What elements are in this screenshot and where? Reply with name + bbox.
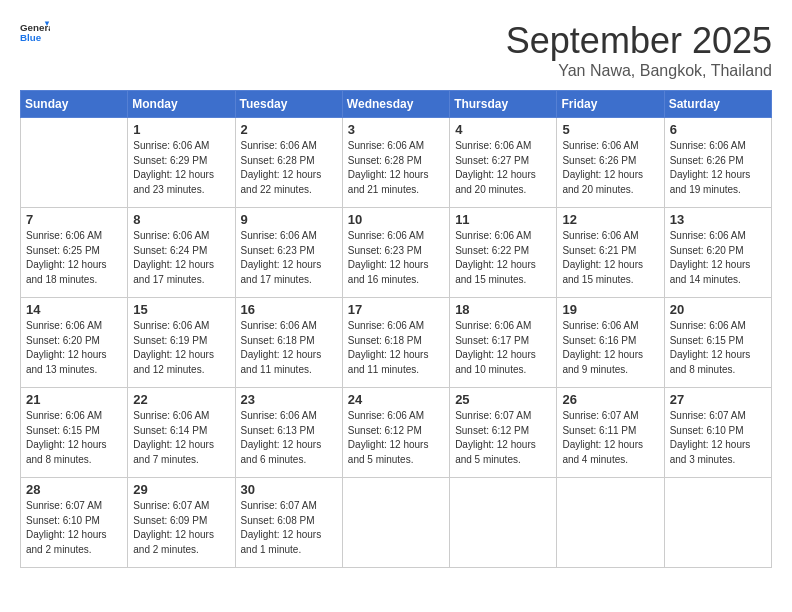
- calendar-cell: 21Sunrise: 6:06 AM Sunset: 6:15 PM Dayli…: [21, 388, 128, 478]
- calendar-cell: 23Sunrise: 6:06 AM Sunset: 6:13 PM Dayli…: [235, 388, 342, 478]
- calendar-cell: 14Sunrise: 6:06 AM Sunset: 6:20 PM Dayli…: [21, 298, 128, 388]
- cell-sun-info: Sunrise: 6:07 AM Sunset: 6:12 PM Dayligh…: [455, 409, 551, 467]
- location-title: Yan Nawa, Bangkok, Thailand: [506, 62, 772, 80]
- cell-sun-info: Sunrise: 6:06 AM Sunset: 6:23 PM Dayligh…: [241, 229, 337, 287]
- cell-date-number: 9: [241, 212, 337, 227]
- cell-sun-info: Sunrise: 6:06 AM Sunset: 6:15 PM Dayligh…: [670, 319, 766, 377]
- calendar-cell: [664, 478, 771, 568]
- calendar-cell: 16Sunrise: 6:06 AM Sunset: 6:18 PM Dayli…: [235, 298, 342, 388]
- calendar-cell: [21, 118, 128, 208]
- cell-date-number: 16: [241, 302, 337, 317]
- cell-date-number: 12: [562, 212, 658, 227]
- logo-icon: General Blue: [20, 20, 50, 44]
- cell-sun-info: Sunrise: 6:06 AM Sunset: 6:28 PM Dayligh…: [241, 139, 337, 197]
- calendar-cell: 15Sunrise: 6:06 AM Sunset: 6:19 PM Dayli…: [128, 298, 235, 388]
- calendar-cell: 4Sunrise: 6:06 AM Sunset: 6:27 PM Daylig…: [450, 118, 557, 208]
- cell-date-number: 28: [26, 482, 122, 497]
- cell-sun-info: Sunrise: 6:06 AM Sunset: 6:18 PM Dayligh…: [241, 319, 337, 377]
- cell-sun-info: Sunrise: 6:06 AM Sunset: 6:20 PM Dayligh…: [670, 229, 766, 287]
- cell-sun-info: Sunrise: 6:07 AM Sunset: 6:08 PM Dayligh…: [241, 499, 337, 557]
- calendar-week-row: 21Sunrise: 6:06 AM Sunset: 6:15 PM Dayli…: [21, 388, 772, 478]
- header: General Blue September 2025 Yan Nawa, Ba…: [20, 20, 772, 80]
- cell-date-number: 26: [562, 392, 658, 407]
- cell-sun-info: Sunrise: 6:06 AM Sunset: 6:28 PM Dayligh…: [348, 139, 444, 197]
- calendar-cell: 1Sunrise: 6:06 AM Sunset: 6:29 PM Daylig…: [128, 118, 235, 208]
- calendar-table: SundayMondayTuesdayWednesdayThursdayFrid…: [20, 90, 772, 568]
- cell-sun-info: Sunrise: 6:06 AM Sunset: 6:15 PM Dayligh…: [26, 409, 122, 467]
- cell-date-number: 14: [26, 302, 122, 317]
- cell-sun-info: Sunrise: 6:06 AM Sunset: 6:12 PM Dayligh…: [348, 409, 444, 467]
- weekday-header: Saturday: [664, 91, 771, 118]
- month-title: September 2025: [506, 20, 772, 62]
- calendar-header: SundayMondayTuesdayWednesdayThursdayFrid…: [21, 91, 772, 118]
- calendar-cell: 22Sunrise: 6:06 AM Sunset: 6:14 PM Dayli…: [128, 388, 235, 478]
- calendar-week-row: 7Sunrise: 6:06 AM Sunset: 6:25 PM Daylig…: [21, 208, 772, 298]
- weekday-header: Wednesday: [342, 91, 449, 118]
- calendar-cell: [342, 478, 449, 568]
- cell-sun-info: Sunrise: 6:06 AM Sunset: 6:22 PM Dayligh…: [455, 229, 551, 287]
- calendar-cell: 11Sunrise: 6:06 AM Sunset: 6:22 PM Dayli…: [450, 208, 557, 298]
- calendar-body: 1Sunrise: 6:06 AM Sunset: 6:29 PM Daylig…: [21, 118, 772, 568]
- cell-date-number: 22: [133, 392, 229, 407]
- calendar-cell: 8Sunrise: 6:06 AM Sunset: 6:24 PM Daylig…: [128, 208, 235, 298]
- calendar-week-row: 14Sunrise: 6:06 AM Sunset: 6:20 PM Dayli…: [21, 298, 772, 388]
- cell-date-number: 23: [241, 392, 337, 407]
- cell-sun-info: Sunrise: 6:07 AM Sunset: 6:10 PM Dayligh…: [670, 409, 766, 467]
- cell-date-number: 30: [241, 482, 337, 497]
- cell-sun-info: Sunrise: 6:07 AM Sunset: 6:11 PM Dayligh…: [562, 409, 658, 467]
- cell-sun-info: Sunrise: 6:06 AM Sunset: 6:25 PM Dayligh…: [26, 229, 122, 287]
- calendar-cell: 13Sunrise: 6:06 AM Sunset: 6:20 PM Dayli…: [664, 208, 771, 298]
- cell-date-number: 8: [133, 212, 229, 227]
- cell-sun-info: Sunrise: 6:06 AM Sunset: 6:26 PM Dayligh…: [670, 139, 766, 197]
- weekday-header: Thursday: [450, 91, 557, 118]
- weekday-header: Friday: [557, 91, 664, 118]
- calendar-cell: [557, 478, 664, 568]
- cell-sun-info: Sunrise: 6:06 AM Sunset: 6:26 PM Dayligh…: [562, 139, 658, 197]
- cell-date-number: 21: [26, 392, 122, 407]
- cell-date-number: 15: [133, 302, 229, 317]
- cell-date-number: 10: [348, 212, 444, 227]
- cell-sun-info: Sunrise: 6:06 AM Sunset: 6:23 PM Dayligh…: [348, 229, 444, 287]
- calendar-cell: 7Sunrise: 6:06 AM Sunset: 6:25 PM Daylig…: [21, 208, 128, 298]
- cell-sun-info: Sunrise: 6:06 AM Sunset: 6:21 PM Dayligh…: [562, 229, 658, 287]
- cell-sun-info: Sunrise: 6:06 AM Sunset: 6:17 PM Dayligh…: [455, 319, 551, 377]
- cell-date-number: 13: [670, 212, 766, 227]
- cell-date-number: 29: [133, 482, 229, 497]
- calendar-cell: 19Sunrise: 6:06 AM Sunset: 6:16 PM Dayli…: [557, 298, 664, 388]
- cell-date-number: 3: [348, 122, 444, 137]
- cell-date-number: 20: [670, 302, 766, 317]
- calendar-cell: 27Sunrise: 6:07 AM Sunset: 6:10 PM Dayli…: [664, 388, 771, 478]
- title-area: September 2025 Yan Nawa, Bangkok, Thaila…: [506, 20, 772, 80]
- calendar-cell: 9Sunrise: 6:06 AM Sunset: 6:23 PM Daylig…: [235, 208, 342, 298]
- calendar-cell: 18Sunrise: 6:06 AM Sunset: 6:17 PM Dayli…: [450, 298, 557, 388]
- calendar-cell: 24Sunrise: 6:06 AM Sunset: 6:12 PM Dayli…: [342, 388, 449, 478]
- weekday-header: Sunday: [21, 91, 128, 118]
- cell-date-number: 17: [348, 302, 444, 317]
- cell-date-number: 1: [133, 122, 229, 137]
- cell-date-number: 18: [455, 302, 551, 317]
- calendar-cell: 28Sunrise: 6:07 AM Sunset: 6:10 PM Dayli…: [21, 478, 128, 568]
- calendar-cell: 2Sunrise: 6:06 AM Sunset: 6:28 PM Daylig…: [235, 118, 342, 208]
- cell-date-number: 6: [670, 122, 766, 137]
- calendar-cell: 20Sunrise: 6:06 AM Sunset: 6:15 PM Dayli…: [664, 298, 771, 388]
- cell-sun-info: Sunrise: 6:07 AM Sunset: 6:09 PM Dayligh…: [133, 499, 229, 557]
- cell-sun-info: Sunrise: 6:06 AM Sunset: 6:14 PM Dayligh…: [133, 409, 229, 467]
- cell-sun-info: Sunrise: 6:06 AM Sunset: 6:18 PM Dayligh…: [348, 319, 444, 377]
- cell-sun-info: Sunrise: 6:06 AM Sunset: 6:24 PM Dayligh…: [133, 229, 229, 287]
- calendar-cell: 6Sunrise: 6:06 AM Sunset: 6:26 PM Daylig…: [664, 118, 771, 208]
- weekday-header: Tuesday: [235, 91, 342, 118]
- cell-date-number: 11: [455, 212, 551, 227]
- weekday-header-row: SundayMondayTuesdayWednesdayThursdayFrid…: [21, 91, 772, 118]
- cell-date-number: 7: [26, 212, 122, 227]
- cell-sun-info: Sunrise: 6:06 AM Sunset: 6:29 PM Dayligh…: [133, 139, 229, 197]
- cell-sun-info: Sunrise: 6:06 AM Sunset: 6:16 PM Dayligh…: [562, 319, 658, 377]
- cell-sun-info: Sunrise: 6:07 AM Sunset: 6:10 PM Dayligh…: [26, 499, 122, 557]
- svg-text:Blue: Blue: [20, 32, 42, 43]
- cell-sun-info: Sunrise: 6:06 AM Sunset: 6:13 PM Dayligh…: [241, 409, 337, 467]
- cell-date-number: 2: [241, 122, 337, 137]
- cell-sun-info: Sunrise: 6:06 AM Sunset: 6:19 PM Dayligh…: [133, 319, 229, 377]
- cell-date-number: 19: [562, 302, 658, 317]
- cell-date-number: 27: [670, 392, 766, 407]
- calendar-week-row: 1Sunrise: 6:06 AM Sunset: 6:29 PM Daylig…: [21, 118, 772, 208]
- calendar-cell: 25Sunrise: 6:07 AM Sunset: 6:12 PM Dayli…: [450, 388, 557, 478]
